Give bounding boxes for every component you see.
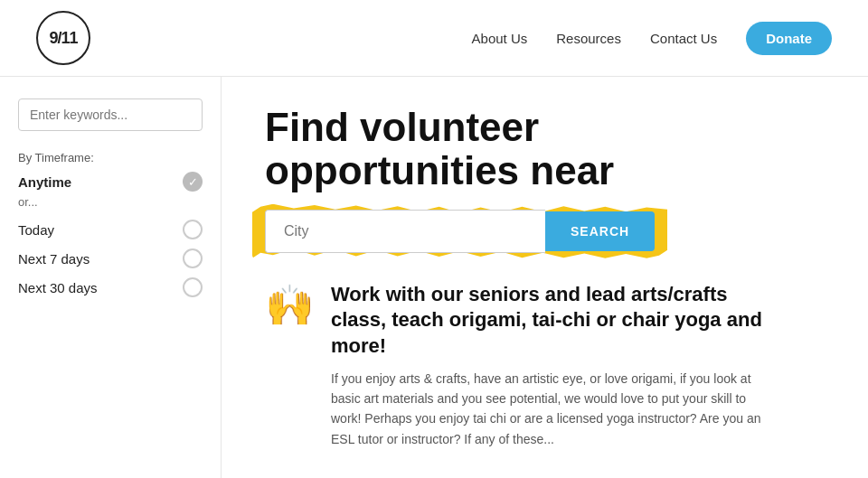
sidebar: By Timeframe: Anytime ✓ or... Today Next… [0, 77, 222, 478]
next-30-option[interactable]: Next 30 days [18, 277, 203, 297]
hands-icon: 🙌 [265, 286, 315, 325]
location-search-wrapper: SEARCH [265, 210, 655, 253]
timeframe-label: By Timeframe: [18, 151, 203, 164]
nav-contact-us[interactable]: Contact Us [650, 31, 717, 46]
anytime-label: Anytime [18, 174, 71, 190]
next-7-label: Next 7 days [18, 251, 90, 267]
site-header: 9/11 About Us Resources Contact Us Donat… [0, 0, 868, 77]
today-option[interactable]: Today [18, 220, 203, 239]
city-input[interactable] [265, 210, 545, 253]
next-30-radio[interactable] [183, 277, 203, 297]
card-text: Work with our seniors and lead arts/craf… [331, 282, 771, 449]
anytime-option[interactable]: Anytime ✓ [18, 172, 203, 192]
or-text: or... [18, 195, 203, 209]
main-nav: About Us Resources Contact Us Donate [472, 22, 832, 55]
nav-resources[interactable]: Resources [556, 31, 621, 46]
next-7-option[interactable]: Next 7 days [18, 248, 203, 268]
main-content: Find volunteer opportunities near SEARCH… [222, 77, 868, 478]
site-logo[interactable]: 9/11 [36, 11, 90, 65]
donate-button[interactable]: Donate [746, 22, 832, 55]
next-30-label: Next 30 days [18, 280, 98, 295]
today-radio[interactable] [183, 220, 203, 239]
anytime-check: ✓ [183, 172, 203, 192]
search-button[interactable]: SEARCH [545, 211, 655, 251]
next-7-radio[interactable] [183, 248, 203, 268]
page-layout: By Timeframe: Anytime ✓ or... Today Next… [0, 77, 868, 478]
hero-title: Find volunteer opportunities near [265, 106, 645, 193]
nav-about-us[interactable]: About Us [472, 31, 528, 46]
today-label: Today [18, 222, 54, 238]
card-description: If you enjoy arts & crafts, have an arti… [331, 369, 771, 450]
card-title: Work with our seniors and lead arts/craf… [331, 282, 771, 360]
volunteer-card: 🙌 Work with our seniors and lead arts/cr… [265, 282, 771, 449]
keyword-search-input[interactable] [18, 98, 203, 131]
